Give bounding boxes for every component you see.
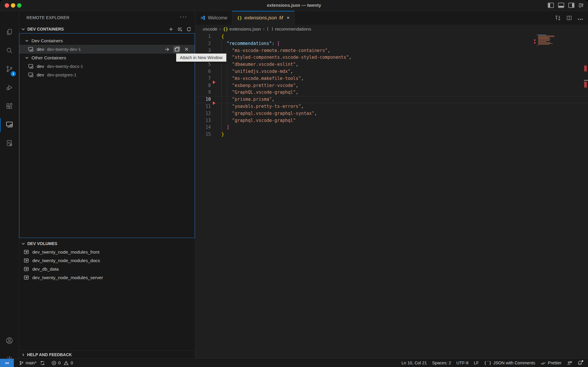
indentation[interactable]: Spaces: 2 [430,359,454,367]
code-line-6[interactable]: 6"unifiedjs.vscode-mdx", [195,68,588,75]
breadcrumb-symbol[interactable]: recommendations [275,26,311,32]
remote-explorer-panel: REMOTE EXPLORER ··· DEV CONTAINERS Dev C… [19,11,195,359]
sidebar-item-extensions[interactable] [0,97,19,116]
tab-welcome[interactable]: Welcome [195,11,232,25]
extensions-icon [6,102,13,111]
formatter-item[interactable]: Prettier [538,359,564,367]
volume-item[interactable]: dev_twenty_node_modules_server [19,273,195,282]
sidebar-item-source-control[interactable]: 1 [0,60,19,79]
minimap-content [536,34,554,46]
toggle-secondary-sidebar-icon[interactable] [568,3,574,8]
more-actions-icon[interactable]: … [577,14,583,21]
volume-item[interactable]: dev_twenty_node_modules_front [19,248,195,256]
line-number: 14 [195,124,211,131]
code-line-5[interactable]: 5"dbaeumer.vscode-eslint", [195,61,588,68]
sidebar-more-actions-icon[interactable]: ··· [180,13,187,20]
code-line-8[interactable]: 8"esbenp.prettier-vscode", [195,82,588,89]
refresh-icon[interactable] [186,27,191,32]
chevron-down-icon [25,38,29,43]
breadcrumb-folder[interactable]: .vscode [202,26,217,32]
volume-item[interactable]: dev_db_data [19,265,195,273]
notifications-item[interactable] [575,359,585,367]
git-branch-item[interactable]: main* [16,359,48,367]
account-icon [5,336,14,346]
encoding[interactable]: UTF-8 [454,359,471,367]
toggle-primary-sidebar-icon[interactable] [548,3,554,8]
sidebar-item-remote-explorer[interactable] [0,116,19,134]
account-button[interactable] [0,332,19,350]
cursor-position[interactable]: Ln 10, Col 21 [399,359,430,367]
code-line-7[interactable]: 7"ms-vscode.makefile-tools", [195,75,588,82]
line-number: 6 [195,68,211,75]
remote-indicator[interactable]: >< [0,359,14,367]
check-double-icon [540,361,546,365]
chevron-right-icon [21,353,25,357]
attach-container-icon[interactable] [163,46,171,53]
code-line-9[interactable]: 9"GraphQL.vscode-graphql", [195,89,588,96]
editor-group: Welcome {} extensions.json M × … .vscode… [195,11,588,359]
minimap-marker [534,39,535,41]
section-help-feedback[interactable]: HELP AND FEEDBACK [19,350,195,359]
run-debug-icon [6,84,13,93]
line-number: 5 [195,61,211,68]
feedback-person-icon [567,361,572,366]
tooltip-attach-in-new-window: Attach in New Window [176,53,226,62]
sidebar-title: REMOTE EXPLORER [26,15,69,20]
breadcrumb-file[interactable]: extensions.json [230,26,261,32]
code-editor[interactable]: 1{2"recommendations": [3"ms-vscode-remot… [195,33,588,359]
sidebar-item-container-tools[interactable] [0,134,19,153]
customize-layout-icon[interactable] [579,3,584,8]
section-dev-volumes[interactable]: DEV VOLUMES [19,239,195,248]
container-item-dev-twenty-docs-1[interactable]: dev dev-twenty-docs-1 [19,62,195,71]
dev-containers-tree: Dev Containers dev dev-twenty-dev-1 Othe… [19,33,195,238]
split-editor-icon[interactable] [566,15,572,21]
language-mode[interactable]: {´} JSON with Comments [481,359,538,367]
files-icon [6,28,13,37]
section-dev-containers[interactable]: DEV CONTAINERS [19,25,195,33]
code-line-11[interactable]: 11"yoavbls.pretty-ts-errors", [195,103,588,110]
close-tab-icon[interactable]: × [287,15,290,21]
open-changes-icon[interactable] [555,15,561,21]
chevron-down-icon [25,56,29,60]
attach-new-window-icon[interactable] [173,46,180,53]
tree-group-other-containers[interactable]: Other Containers [19,53,195,62]
minimap-marker [534,42,535,43]
new-container-icon[interactable] [168,27,173,32]
code-line-4[interactable]: 4"styled-components.vscode-styled-compon… [195,54,588,61]
feedback-item[interactable] [564,359,575,367]
sidebar-item-run-debug[interactable] [0,79,19,97]
minimap[interactable] [536,34,554,46]
status-bar: >< main* 0 0 Ln 10, Col 21 Spaces: 2 UTF… [0,358,588,367]
modified-marker-icon [213,101,216,105]
line-number: 7 [195,75,211,82]
problems-item[interactable]: 0 0 [49,359,76,367]
container-item-dev-twenty-dev-1[interactable]: dev dev-twenty-dev-1 [19,45,195,53]
filter-list-icon[interactable] [177,27,183,32]
sync-icon[interactable] [40,361,45,366]
line-number: 8 [195,82,211,89]
code-line-2[interactable]: 2"recommendations": [ [195,40,588,47]
eol-sequence[interactable]: LF [471,359,481,367]
container-item-dev-postgres-1[interactable]: dev dev-postgres-1 [19,71,195,79]
code-line-15[interactable]: 15} [195,131,588,138]
sidebar-item-search[interactable] [0,42,19,60]
container-icon [28,63,34,70]
sidebar-item-explorer[interactable] [0,23,19,42]
code-line-13[interactable]: 13"graphql.vscode-graphql" [195,117,588,124]
container-icon [28,72,34,78]
toggle-panel-icon[interactable] [558,3,564,8]
code-line-1[interactable]: 1{ [195,33,588,40]
code-line-14[interactable]: 14] [195,124,588,131]
tab-extensions-json[interactable]: {} extensions.json M × [232,11,294,25]
code-line-12[interactable]: 12"graphql.vscode-graphql-syntax", [195,110,588,117]
overview-ruler[interactable] [584,33,588,359]
stop-container-icon[interactable] [183,46,190,53]
overview-marker [584,82,587,88]
git-branch-icon [19,361,24,366]
chevron-down-icon [21,27,26,31]
json-file-icon: {} [223,27,228,31]
code-line-3[interactable]: 3"ms-vscode-remote.remote-containers", [195,47,588,54]
code-line-10[interactable]: 10"prisma.prisma", [195,96,588,103]
volume-item[interactable]: dev_twenty_node_modules_docs [19,256,195,265]
tree-group-dev-containers[interactable]: Dev Containers [19,36,195,45]
